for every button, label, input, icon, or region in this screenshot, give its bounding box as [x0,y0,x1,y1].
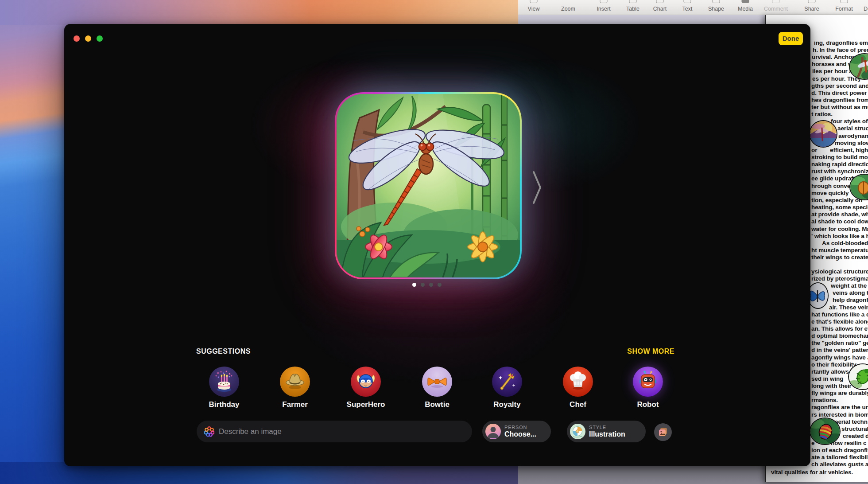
document-line: an. This allows for efficien [811,325,868,332]
style-value: Illustration [589,430,625,438]
document-line: at provide shade, while ot [811,211,868,218]
document-line: water for cooling. Many no [811,226,868,232]
document-line: ' which looks like a hands [811,233,868,239]
carousel-page-dots[interactable] [412,283,442,287]
document-line: naking rapid direction cha [811,161,868,168]
suggestion-bowtie[interactable]: Bowtie [422,367,452,397]
suggestion-chef[interactable]: Chef [563,367,593,397]
birthday-cake-icon [209,367,239,397]
image-playground-flower-icon [204,426,214,437]
person-chooser-button[interactable]: PERSON Choose... [482,421,551,442]
document-line: ht muscle temperature v [811,247,868,254]
document-line: al shade to cool down. Oth [811,218,868,225]
document-line: t ratios. [811,111,833,117]
document-line: rized by pterostigmata tha [811,275,868,282]
document-line: ter but without as much [811,104,868,110]
document-line: ate a tailored flexibility co [811,454,868,461]
document-line: As cold-blooded inse [822,240,868,246]
prompt-input[interactable]: Describe an image [197,421,472,442]
prompt-placeholder: Describe an image [219,427,282,436]
document-line: heating, some species als [811,204,868,211]
superhero-icon [351,367,381,397]
figure-dragonfly-sunset [809,120,837,148]
document-line: o their flexibility [811,361,856,368]
image-playground-window: Done [64,24,810,466]
document-line: d in the veins' pattern. [811,347,868,353]
suggestion-robot[interactable]: Robot [633,367,663,397]
suggestions-heading: SUGGESTIONS [196,347,251,355]
document-line: air. These veins form [829,304,868,311]
document-line: the "golden ratio" geomet [811,340,868,346]
document-line: stroking to build more thru [811,154,868,160]
bowtie-icon [422,367,452,397]
document-line: hes dragonflies from othe [811,97,868,103]
document-line: gths per second and forw [811,82,868,89]
fullscreen-window-button[interactable] [97,35,103,42]
carousel-dot-4[interactable] [438,283,442,287]
document-line: d. This direct power from [811,90,868,96]
document-line: rmations. [811,397,838,403]
suggestion-birthday[interactable]: Birthday [209,367,239,397]
style-chooser-button[interactable]: STYLE Illustration [567,421,646,442]
document-line: structural a [841,425,868,432]
generated-image-card[interactable] [335,92,522,279]
suggestion-label: Birthday [209,400,240,409]
document-line: rust with synchronized [811,168,868,175]
carousel-dot-2[interactable] [421,283,425,287]
document-line: moving slowly, [835,140,868,146]
document-line: agonfly wings have a prote [811,354,868,361]
document-line: weight at the edges [831,282,868,289]
document-line: ing, dragonflies employ m [814,39,868,46]
farmer-hat-icon [280,367,310,397]
document-line: or [811,147,817,153]
suggestion-label: Chef [570,400,586,409]
minimize-window-button[interactable] [85,35,91,42]
suggestion-label: SuperHero [347,400,385,409]
illustration-style-icon [570,424,585,439]
document-line: d optimal biomechanics f [811,332,868,339]
document-line: hat functions like a cantile [811,311,868,318]
person-avatar-icon [485,424,501,439]
document-line: aerodynamic e [838,133,868,139]
document-line: sed in wing [811,375,843,382]
document-line: h. In the face of predators [813,47,868,53]
document-line: help dragonflies eff [833,297,868,303]
document-line: long with their [811,383,852,389]
figure-rainbow-beetle [810,418,841,445]
person-kicker: PERSON [504,425,536,430]
document-line: their wings to create hea [811,254,868,261]
chef-hat-icon [563,367,593,397]
document-line: e that's flexible along the [811,318,868,325]
suggestion-superhero[interactable]: SuperHero [351,367,381,397]
next-image-chevron[interactable] [532,170,542,205]
royal-scepter-icon [492,367,522,397]
desktop-wallpaper-top-band [0,0,518,25]
style-kicker: STYLE [589,425,625,430]
document-line: vital qualities for air vehicles. [771,469,853,476]
document-line: ysiological structure of th [811,268,868,275]
document-line: tion, especially on [811,197,862,203]
document-line: move quickly [811,190,849,196]
close-window-button[interactable] [74,35,80,42]
document-line: ragonflies are the unexpec [811,404,868,410]
robot-icon [633,367,663,397]
document-line: aerial structur [837,125,868,132]
document-line: veins along the lea [833,289,868,296]
figure-blue-butterfly [807,282,829,309]
document-line: rs interested in biomimeti [811,411,868,418]
carousel-dot-1[interactable] [412,283,416,287]
document-line: created det [843,433,868,439]
suggestion-label: Farmer [282,400,308,409]
photo-library-button[interactable] [654,423,672,441]
suggestion-label: Bowtie [425,400,450,409]
document-line: aerial techn [835,418,868,425]
document-line: ion of each dragonfly wing [811,447,868,453]
carousel-dot-3[interactable] [429,283,433,287]
done-button[interactable]: Done [779,32,803,45]
suggestion-label: Robot [637,400,659,409]
show-more-button[interactable]: SHOW MORE [627,347,674,355]
suggestion-royalty[interactable]: Royalty [492,367,522,397]
photos-icon [658,427,668,437]
suggestion-farmer[interactable]: Farmer [280,367,310,397]
document-line: efficient, high lift. W [830,147,868,153]
